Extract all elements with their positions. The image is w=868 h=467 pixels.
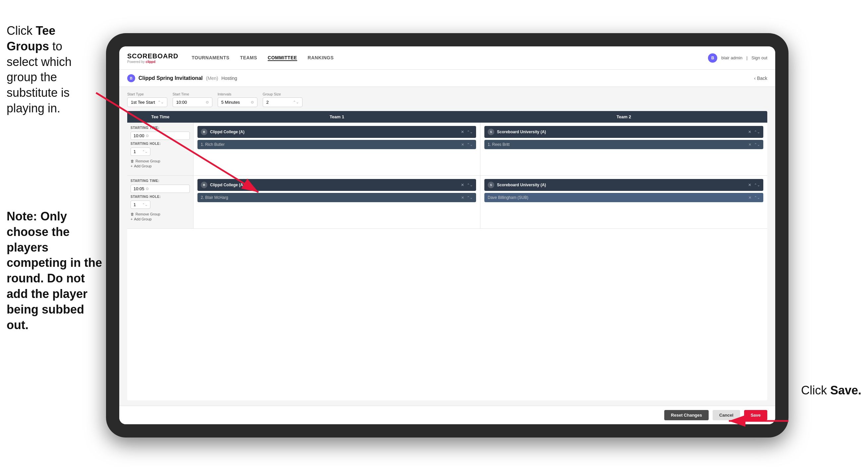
group-size-label: Group Size (263, 92, 303, 96)
group-team2-cell-2: S Scoreboard University (A) ✕ ⌃⌄ Dave Bi… (480, 176, 767, 228)
team1-close-2[interactable]: ✕ (461, 183, 464, 187)
nav-right: B blair admin | Sign out (708, 53, 767, 63)
group-size-input[interactable]: 2 ⌃⌄ (263, 97, 303, 107)
tablet-frame: SCOREBOARD Powered by clippd TOURNAMENTS… (106, 33, 788, 438)
starting-hole-input-1[interactable]: 1 ⌃⌄ (130, 147, 150, 156)
group-actions-1: 🗑 Remove Group + Add Group (130, 159, 190, 168)
user-name: blair admin (721, 55, 742, 60)
tee-time-header: Tee Time (127, 111, 193, 123)
nav-separator: | (746, 55, 747, 60)
gender-tag: (Men) (206, 76, 218, 81)
player-card-2-2-sub[interactable]: Dave Billingham (SUB) ✕ ⌃⌄ (484, 193, 763, 202)
save-bold: Save. (830, 383, 861, 397)
player-name-1-1: 1. Rich Butler (201, 142, 459, 147)
player-arrow-2-2: ⌃⌄ (754, 196, 760, 200)
sign-out-link[interactable]: Sign out (751, 55, 767, 60)
start-time-field: Start Time 10:00 ⊙ (173, 92, 212, 107)
team2-name-2: Scoreboard University (A) (497, 183, 744, 187)
config-row: Start Type 1st Tee Start ⌃⌄ Start Time 1… (127, 92, 767, 107)
tee-groups-bold: Tee Groups (7, 24, 55, 53)
team1-card-1[interactable]: B Clippd College (A) ✕ ⌃⌄ (197, 126, 476, 138)
group-team1-cell-1: B Clippd College (A) ✕ ⌃⌄ 1. Rich Butler… (193, 123, 480, 175)
add-group-button-1[interactable]: + Add Group (130, 164, 190, 168)
nav-teams[interactable]: TEAMS (240, 55, 257, 61)
logo-scoreboard: SCOREBOARD (127, 52, 178, 60)
team1-card-2[interactable]: B Clippd College (A) ✕ ⌃⌄ (197, 179, 476, 191)
add-group-button-2[interactable]: + Add Group (130, 217, 190, 221)
nav-tournaments[interactable]: TOURNAMENTS (191, 55, 229, 61)
player-close-1-1[interactable]: ✕ (461, 143, 464, 147)
nav-committee[interactable]: COMMITTEE (268, 55, 297, 61)
nav-rankings[interactable]: RANKINGS (308, 55, 334, 61)
tournament-name: Clippd Spring Invitational (138, 75, 203, 81)
team2-card-2[interactable]: S Scoreboard University (A) ✕ ⌃⌄ (484, 179, 763, 191)
remove-group-button-1[interactable]: 🗑 Remove Group (130, 159, 190, 163)
trash-icon-1: 🗑 (130, 159, 134, 163)
save-annotation: Click Save. (801, 383, 861, 398)
team1-badge-2: B (201, 182, 207, 188)
tee-table: Tee Time Team 1 Team 2 STARTING TIME: 10… (127, 111, 767, 400)
player-close-2-2[interactable]: ✕ (748, 196, 751, 200)
tee-table-header: Tee Time Team 1 Team 2 (127, 111, 767, 123)
logo-powered-by: Powered by clippd (127, 60, 178, 64)
player-card-1-2[interactable]: 2. Blair McHarg ✕ ⌃⌄ (197, 193, 476, 202)
start-time-input[interactable]: 10:00 ⊙ (173, 97, 212, 107)
logo-area: SCOREBOARD Powered by clippd (127, 52, 178, 64)
team1-header: Team 1 (193, 111, 480, 123)
group-left-1: STARTING TIME: 10:00 ⊙ STARTING HOLE: 1 … (127, 123, 193, 175)
group-team1-cell-2: B Clippd College (A) ✕ ⌃⌄ 2. Blair McHar… (193, 176, 480, 228)
starting-time-input-1[interactable]: 10:00 ⊙ (130, 132, 190, 140)
remove-group-button-2[interactable]: 🗑 Remove Group (130, 212, 190, 216)
team2-card-1[interactable]: S Scoreboard University (A) ✕ ⌃⌄ (484, 126, 763, 138)
hosting-label: Hosting (221, 76, 237, 81)
player-close-2-1[interactable]: ✕ (748, 143, 751, 147)
group-row: STARTING TIME: 10:00 ⊙ STARTING HOLE: 1 … (127, 123, 767, 176)
team2-name-1: Scoreboard University (A) (497, 129, 744, 134)
tablet-screen: SCOREBOARD Powered by clippd TOURNAMENTS… (119, 47, 775, 424)
start-type-field: Start Type 1st Tee Start ⌃⌄ (127, 92, 167, 107)
starting-hole-input-2[interactable]: 1 ⌃⌄ (130, 201, 150, 209)
plus-icon-1: + (130, 164, 132, 168)
team2-header: Team 2 (480, 111, 767, 123)
start-type-label: Start Type (127, 92, 167, 96)
start-type-input[interactable]: 1st Tee Start ⌃⌄ (127, 97, 167, 107)
tee-groups-annotation: Click Tee Groups to select which group t… (0, 20, 103, 120)
player-name-2-2: Dave Billingham (SUB) (488, 195, 746, 200)
team2-arrow-2: ⌃⌄ (754, 183, 760, 187)
group-size-field: Group Size 2 ⌃⌄ (263, 92, 303, 107)
content-area: Start Type 1st Tee Start ⌃⌄ Start Time 1… (119, 87, 775, 406)
team1-arrow-2: ⌃⌄ (467, 183, 473, 187)
player-close-1-2[interactable]: ✕ (461, 196, 464, 200)
starting-time-input-2[interactable]: 10:05 ⊙ (130, 185, 190, 193)
player-name-2-1: 1. Rees Britt (488, 142, 746, 147)
team2-arrow-1: ⌃⌄ (754, 130, 760, 134)
intervals-clock-icon: ⊙ (251, 100, 254, 105)
starting-hole-label-1: STARTING HOLE: (130, 142, 190, 146)
start-time-clock-icon: ⊙ (206, 100, 209, 105)
intervals-label: Intervals (218, 92, 257, 96)
avatar: B (708, 53, 717, 63)
trash-icon-2: 🗑 (130, 212, 134, 216)
intervals-input[interactable]: 5 Minutes ⊙ (218, 97, 257, 107)
team2-close-2[interactable]: ✕ (748, 183, 751, 187)
reset-changes-button[interactable]: Reset Changes (664, 410, 709, 420)
group-size-arrow-icon: ⌃⌄ (293, 100, 299, 105)
hole-arrow-icon-1: ⌃⌄ (142, 150, 148, 153)
save-button[interactable]: Save (744, 410, 767, 420)
team1-close-1[interactable]: ✕ (461, 129, 464, 134)
note-annotation: Note: Only choose the players competing … (0, 205, 113, 336)
player-arrow-1-1: ⌃⌄ (467, 143, 473, 147)
cancel-button[interactable]: Cancel (713, 410, 740, 420)
starting-time-label-1: STARTING TIME: (130, 126, 190, 129)
team2-close-1[interactable]: ✕ (748, 129, 751, 134)
starting-hole-label-2: STARTING HOLE: (130, 195, 190, 199)
navbar: SCOREBOARD Powered by clippd TOURNAMENTS… (119, 47, 775, 69)
team1-name-2: Clippd College (A) (210, 183, 457, 187)
starting-time-label-2: STARTING TIME: (130, 179, 190, 183)
player-card-1-1[interactable]: 1. Rich Butler ✕ ⌃⌄ (197, 140, 476, 149)
team2-badge-2: S (488, 182, 494, 188)
player-name-1-2: 2. Blair McHarg (201, 195, 459, 200)
back-button[interactable]: Back (754, 76, 767, 81)
group-row-2: STARTING TIME: 10:05 ⊙ STARTING HOLE: 1 … (127, 176, 767, 229)
player-card-2-1[interactable]: 1. Rees Britt ✕ ⌃⌄ (484, 140, 763, 149)
